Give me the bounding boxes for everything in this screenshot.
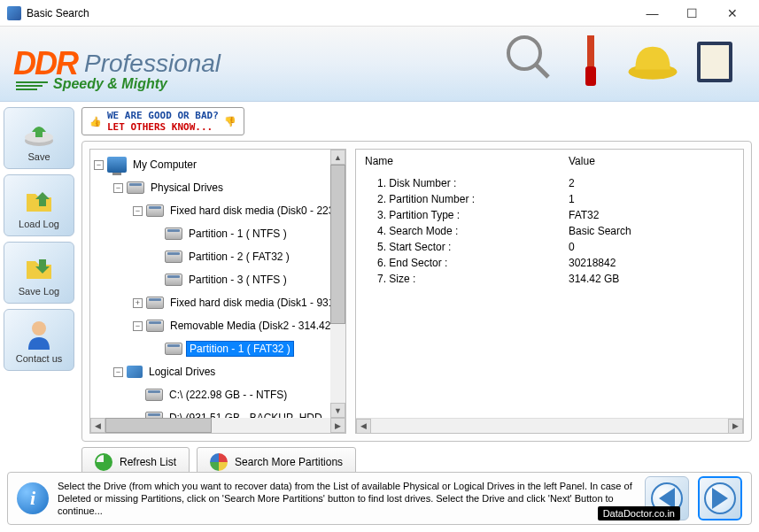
details-header-value: Value <box>569 155 595 167</box>
drive-icon <box>127 181 144 194</box>
watermark: DataDoctor.co.in <box>598 506 680 520</box>
load-log-button[interactable]: Load Log <box>4 174 74 236</box>
tree-label: Partition - 3 ( NTFS ) <box>186 273 290 287</box>
detail-value: 1 <box>569 193 575 205</box>
tree-disk0-p2[interactable]: Partition - 2 ( FAT32 ) <box>94 245 342 268</box>
tree-label: Fixed hard disk media (Disk0 - 223. <box>167 204 340 218</box>
tree-label: Fixed hard disk media (Disk1 - 931. <box>167 296 340 310</box>
details-header: Name Value <box>356 150 743 173</box>
drive-tree: −My Computer −Physical Drives −Fixed har… <box>90 150 345 433</box>
detail-value: Basic Search <box>569 225 631 237</box>
search-more-label: Search More Partitions <box>235 456 343 468</box>
tree-disk2[interactable]: −Removable Media (Disk2 - 314.42 <box>94 314 342 337</box>
tree-vertical-scrollbar[interactable]: ▲▼ <box>330 150 345 418</box>
tree-physical[interactable]: −Physical Drives <box>94 176 342 199</box>
contact-us-button[interactable]: Contact us <box>4 309 74 371</box>
drive-icon <box>145 389 163 401</box>
sidebar: Save Load Log Save Log Contact us <box>0 102 78 472</box>
footer-bar: i Select the Drive (from which you want … <box>7 472 752 525</box>
window-title: Basic Search <box>27 7 632 19</box>
branding-header: DDR Professional Speedy & Mighty <box>0 27 759 102</box>
contact-label: Contact us <box>16 353 63 364</box>
detail-row: 3. Partition Type :FAT32 <box>365 207 734 223</box>
tree-label: Logical Drives <box>146 365 218 379</box>
save-icon <box>21 114 57 150</box>
detail-row: 2. Partition Number :1 <box>365 191 734 207</box>
tree-label: Partition - 1 ( NTFS ) <box>186 227 290 241</box>
refresh-icon <box>95 453 112 471</box>
collapse-icon[interactable]: − <box>133 321 143 331</box>
minimize-button[interactable]: — <box>632 0 672 27</box>
detail-value: FAT32 <box>569 209 599 221</box>
detail-name: 1. Disk Number : <box>365 177 569 189</box>
tree-disk0-p3[interactable]: Partition - 3 ( NTFS ) <box>94 268 342 291</box>
save-log-button[interactable]: Save Log <box>4 242 74 304</box>
detail-row: 1. Disk Number :2 <box>365 175 734 191</box>
tree-logical[interactable]: −Logical Drives <box>94 360 342 383</box>
computer-icon <box>107 157 127 173</box>
tree-label: Partition - 2 ( FAT32 ) <box>186 250 292 264</box>
detail-name: 4. Search Mode : <box>365 225 569 237</box>
screwdriver-icon <box>564 31 617 93</box>
app-icon <box>7 6 21 20</box>
tree-disk0[interactable]: −Fixed hard disk media (Disk0 - 223. <box>94 199 342 222</box>
detail-row: 5. Start Sector :0 <box>365 239 734 255</box>
load-log-label: Load Log <box>19 219 59 229</box>
save-log-label: Save Log <box>19 286 59 297</box>
svg-rect-6 <box>701 45 729 79</box>
detail-name: 2. Partition Number : <box>365 193 569 205</box>
save-label: Save <box>27 151 50 162</box>
drive-tree-panel[interactable]: −My Computer −Physical Drives −Fixed har… <box>89 149 346 434</box>
partition-icon <box>165 251 182 263</box>
logo-text-professional: Professional <box>84 50 221 78</box>
collapse-icon[interactable]: − <box>113 183 123 193</box>
tree-disk1[interactable]: +Fixed hard disk media (Disk1 - 931. <box>94 291 342 314</box>
collapse-icon[interactable]: − <box>113 367 123 377</box>
tree-root[interactable]: −My Computer <box>94 153 342 176</box>
footer-instructions: Select the Drive (from which you want to… <box>58 480 636 518</box>
collapse-icon[interactable]: − <box>133 206 143 216</box>
partition-icon <box>165 343 182 355</box>
next-button[interactable] <box>698 476 742 520</box>
detail-name: 6. End Sector : <box>365 257 569 269</box>
maximize-button[interactable]: ☐ <box>672 0 712 27</box>
tagline-decoration <box>16 80 48 92</box>
hardhat-icon <box>626 31 679 93</box>
tagline-text: Speedy & Mighty <box>53 76 167 92</box>
load-log-icon <box>21 181 57 217</box>
svg-line-1 <box>536 65 548 77</box>
collapse-icon[interactable]: − <box>94 160 104 170</box>
close-button[interactable]: ✕ <box>712 0 752 27</box>
tree-drive-c[interactable]: C:\ (222.98 GB - - NTFS) <box>94 383 342 406</box>
content-area: 👍 WE ARE GOOD OR BAD? LET OTHERS KNOW...… <box>78 102 759 472</box>
feedback-line2: LET OTHERS KNOW... <box>107 121 213 133</box>
drive-icon <box>146 320 164 332</box>
thumbs-down-icon: 👎 <box>224 116 236 127</box>
detail-row: 6. End Sector :30218842 <box>365 255 734 271</box>
titlebar: Basic Search — ☐ ✕ <box>0 0 759 27</box>
details-header-name: Name <box>365 155 569 167</box>
tree-label: Removable Media (Disk2 - 314.42 <box>167 319 333 333</box>
feedback-banner[interactable]: 👍 WE ARE GOOD OR BAD? LET OTHERS KNOW...… <box>81 107 244 135</box>
partition-icon <box>165 274 182 286</box>
pie-icon <box>210 453 228 471</box>
detail-name: 7. Size : <box>365 273 569 285</box>
save-button[interactable]: Save <box>4 107 74 169</box>
main-area: Save Load Log Save Log Contact us 👍 WE A… <box>0 102 759 472</box>
thumbs-up-icon: 👍 <box>89 116 102 127</box>
save-log-icon <box>21 249 57 284</box>
tree-root-label: My Computer <box>130 158 199 172</box>
tree-disk0-p1[interactable]: Partition - 1 ( NTFS ) <box>94 222 342 245</box>
tree-disk2-p1[interactable]: Partition - 1 ( FAT32 ) <box>94 337 342 360</box>
contact-icon <box>21 316 57 351</box>
detail-value: 30218842 <box>569 257 616 269</box>
detail-value: 314.42 GB <box>569 273 619 285</box>
header-graphics <box>502 31 741 93</box>
info-icon: i <box>17 482 49 514</box>
logical-drives-icon <box>127 366 143 378</box>
detail-value: 2 <box>569 177 575 189</box>
tree-horizontal-scrollbar[interactable]: ◀▶ <box>90 418 345 433</box>
details-horizontal-scrollbar[interactable]: ◀▶ <box>356 418 743 433</box>
expand-icon[interactable]: + <box>133 298 143 308</box>
svg-point-9 <box>32 321 46 335</box>
